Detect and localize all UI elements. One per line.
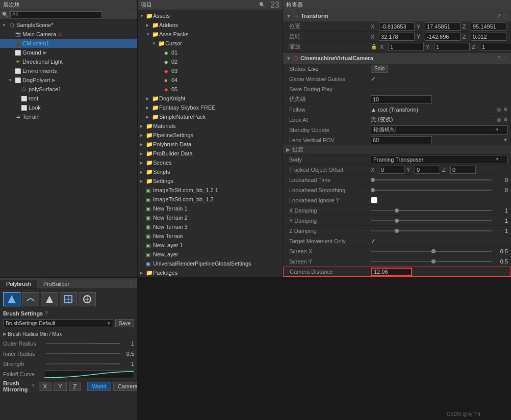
look-at-row: Look At 无 (变换) ◎ ⚙ [283,115,511,125]
transform-header[interactable]: ▼ ↔ Transform ? ⋮ [283,10,511,21]
tracked-y-input[interactable] [415,166,440,174]
y-damping-slider[interactable] [371,220,492,221]
x-damping-slider[interactable] [371,210,492,211]
strength-slider[interactable] [46,363,120,364]
follow-settings-icon[interactable]: ⚙ [503,107,508,112]
body-dropdown[interactable]: Framing Transposer ▼ [371,155,508,164]
file-universal-render[interactable]: ▶ ▣ UniversalRenderPipelineGlobalSetting… [138,259,283,268]
tab-more-icon[interactable]: ⋮ [125,279,137,288]
file-cursor-05[interactable]: ▶ ◆ 05 [138,85,283,94]
folder-simplenaturepack[interactable]: ▶ 📁 SimpleNaturePack [138,112,283,121]
outer-radius-slider[interactable] [46,343,120,344]
folder-assets[interactable]: ▼ 📁 Assets [138,11,283,20]
lookahead-ignore-check[interactable] [371,197,377,203]
tree-item-polysurface[interactable]: ▶ ⬡ polySurface1 [0,85,137,94]
folder-scenes[interactable]: ▶ 📁 Scenes [138,158,283,167]
folder-materials[interactable]: ▶ 📁 Materials [138,121,283,130]
folder-cursor[interactable]: ▼ 📁 Cursor [138,39,283,48]
tracked-x-input[interactable] [379,166,404,174]
hierarchy-search-input[interactable] [10,11,102,18]
inner-radius-slider[interactable] [46,353,120,354]
rotation-x-input[interactable] [379,33,415,41]
rotation-z-input[interactable] [471,33,506,41]
tree-item-dir-light[interactable]: ▶ ☀ Directional Light [0,57,137,66]
position-z-input[interactable] [471,22,506,31]
file-new-terrain-3[interactable]: ▶ ▣ New Terrain 3 [138,222,283,231]
position-x-input[interactable] [379,22,415,31]
mirror-z-button[interactable]: Z [69,382,82,391]
camera-distance-input[interactable] [371,268,412,276]
tab-polybrush[interactable]: Polybrush [0,279,37,288]
tree-item-sample-scene[interactable]: ▼ ⬡ SampleScene* [0,20,137,30]
screen-y-slider[interactable] [371,261,492,262]
brush-default-dropdown[interactable]: BrushSettings-Default ▼ [3,319,113,327]
standby-dropdown[interactable]: 轮循机制 ▼ [371,125,508,135]
tool-paint-button[interactable] [41,292,58,306]
file-cursor-01[interactable]: ▶ ◆ 01 [138,48,283,57]
cm-help-icon[interactable]: ? [497,55,500,62]
settings-icon[interactable]: ⋮ [502,13,508,19]
rotation-y-input[interactable] [425,33,461,41]
tool-texture-button[interactable] [60,292,77,306]
look-at-settings-icon[interactable]: ⚙ [503,117,508,122]
brush-mirror-help-icon[interactable]: ? [32,384,35,389]
tree-item-root[interactable]: ▶ ⬜ root [0,94,137,103]
scale-x-input[interactable] [388,43,424,51]
priority-input[interactable] [371,95,432,103]
world-button[interactable]: World [87,382,111,391]
z-damping-slider[interactable] [371,230,492,231]
mirror-y-button[interactable]: Y [54,382,66,391]
file-cursor-02[interactable]: ▶ ◆ 02 [138,57,283,66]
tree-item-dogpolyart[interactable]: ▼ ⬜ DogPolyart ▶ [0,75,137,85]
cinemachine-header[interactable]: ▼ ⬡ CinemachineVirtualCamera ? ⋮ [283,52,511,64]
file-imagetostl-2[interactable]: ▶ ▣ ImageToStl.com_bb_1.2 [138,195,283,204]
follow-pick-icon[interactable]: ◎ [497,107,501,112]
tool-prefab-button[interactable] [79,292,96,306]
file-imagetostl-1[interactable]: ▶ ▣ ImageToStl.com_bb_1.2 1 [138,186,283,195]
scale-y-input[interactable] [434,43,470,51]
tool-sculpt-button[interactable] [3,292,20,306]
folder-fantasy-skybox[interactable]: ▶ 📁 Fantasy Skybox FREE [138,103,283,112]
tracked-z-input[interactable] [450,166,476,174]
tree-item-terrain[interactable]: ▶ ⛰ Terrain [0,112,137,121]
folder-asse-packs[interactable]: ▼ 📁 Asse Packs [138,30,283,39]
screen-x-slider[interactable] [371,251,492,252]
brush-save-button[interactable]: Save [115,319,134,327]
lookahead-smooth-slider[interactable] [371,190,492,191]
file-new-terrain-2[interactable]: ▶ ▣ New Terrain 2 [138,213,283,222]
help-icon[interactable]: ? [497,13,500,19]
folder-arrow: ▶ [140,271,146,275]
position-y-input[interactable] [425,22,461,31]
cm-settings-icon[interactable]: ⋮ [502,55,508,62]
folder-settings[interactable]: ▶ 📁 Settings [138,176,283,186]
file-cursor-04[interactable]: ▶ ■ 04 [138,75,283,85]
folder-dogknight[interactable]: ▶ 📁 DogKnight [138,94,283,103]
brush-help-icon[interactable]: ? [45,311,48,317]
tree-item-ground[interactable]: ▶ ⬜ Ground ▶ [0,48,137,57]
lookahead-time-slider[interactable] [371,179,492,180]
tree-item-environments[interactable]: ▶ ⬜ Environments [0,66,137,75]
look-at-pick-icon[interactable]: ◎ [497,117,501,122]
tree-item-cm-vcam1[interactable]: ▶ 🎥 CM vcam1 [0,39,137,48]
file-new-layer[interactable]: ▶ ▣ NewLayer [138,250,283,259]
tree-item-main-camera[interactable]: ▶ 📷 Main Camera ⚠ [0,30,137,39]
folder-addons[interactable]: ▶ 📁 Addons [138,20,283,30]
folder-scripts[interactable]: ▶ 📁 Scripts [138,167,283,176]
file-new-terrain-1[interactable]: ▶ ▣ New Terrain 1 [138,204,283,213]
lens-fov-input[interactable] [371,136,432,144]
tool-smooth-button[interactable] [22,292,39,306]
file-new-layer-1[interactable]: ▶ ▣ NewLayer 1 [138,241,283,250]
folder-polybrush[interactable]: ▶ 📁 Polybrush Data [138,140,283,149]
file-new-terrain[interactable]: ▶ ▣ New Terrain [138,231,283,241]
folder-probuilder[interactable]: ▶ 📁 ProBuilder Data [138,149,283,158]
falloff-curve[interactable] [44,370,134,378]
file-cursor-03[interactable]: ▶ ◆ 03 [138,66,283,75]
scale-z-input[interactable] [480,43,511,51]
mirror-x-button[interactable]: X [39,382,52,391]
solo-button[interactable]: Solo [371,65,388,73]
tree-item-look[interactable]: ▶ ⬜ Look [0,103,137,112]
folder-packages[interactable]: ▶ 📁 Packages [138,268,283,277]
camera-button[interactable]: Camera [113,382,137,391]
tab-probuilder[interactable]: ProBuilder [37,279,75,288]
folder-pipeline[interactable]: ▶ 📁 PipelineSettings [138,130,283,140]
